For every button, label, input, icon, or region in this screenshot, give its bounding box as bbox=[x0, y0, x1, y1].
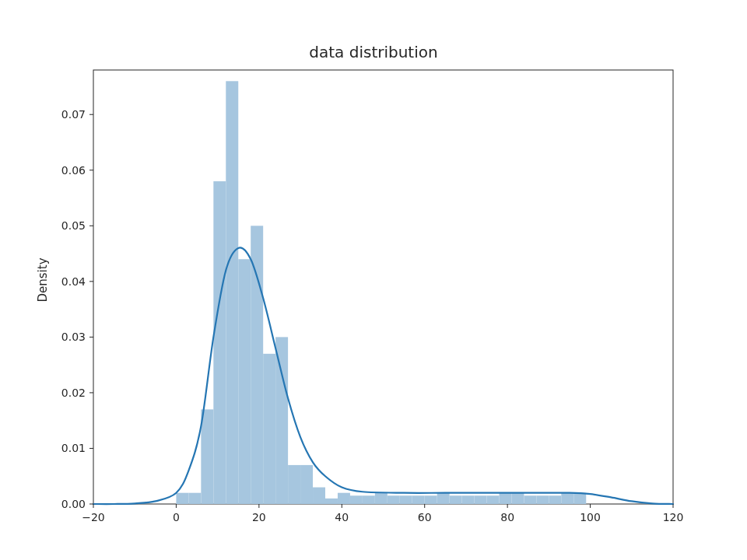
y-tick: 0.03 bbox=[61, 331, 93, 343]
histogram-bar bbox=[238, 259, 251, 504]
histogram-bar bbox=[500, 493, 512, 504]
histogram-bar bbox=[437, 493, 450, 504]
y-tick: 0.02 bbox=[61, 387, 93, 399]
y-tick-label: 0.03 bbox=[61, 331, 86, 343]
x-tick-label: 20 bbox=[252, 511, 266, 523]
histogram-bar bbox=[213, 181, 226, 504]
figure: data distribution Density −2002040608010… bbox=[0, 0, 747, 560]
x-tick-label: −20 bbox=[82, 511, 105, 523]
histogram-bar bbox=[226, 81, 238, 504]
histogram-bar bbox=[511, 493, 524, 504]
histogram-bar bbox=[263, 354, 275, 504]
y-tick: 0.01 bbox=[61, 442, 93, 454]
y-tick-label: 0.00 bbox=[61, 498, 86, 510]
histogram-bars bbox=[176, 81, 586, 504]
axes-frame bbox=[93, 70, 673, 504]
chart-axes: −20020406080100120 0.000.010.020.030.040… bbox=[0, 0, 747, 560]
x-tick: 80 bbox=[500, 504, 514, 523]
histogram-bar bbox=[536, 495, 549, 504]
histogram-bar bbox=[201, 409, 213, 504]
y-tick: 0.00 bbox=[61, 498, 93, 510]
y-tick-label: 0.07 bbox=[61, 108, 86, 121]
x-tick: 0 bbox=[173, 504, 180, 523]
x-tick-label: 40 bbox=[335, 511, 349, 523]
histogram-bar bbox=[375, 493, 388, 504]
histogram-bar bbox=[573, 493, 586, 504]
histogram-bar bbox=[388, 495, 400, 504]
histogram-bar bbox=[300, 465, 313, 504]
histogram-bar bbox=[425, 495, 437, 504]
histogram-bar bbox=[561, 493, 573, 504]
histogram-bar bbox=[462, 495, 475, 504]
y-tick-label: 0.02 bbox=[61, 387, 86, 399]
histogram-bar bbox=[313, 488, 325, 504]
histogram-bar bbox=[400, 495, 412, 504]
histogram-bar bbox=[275, 337, 288, 504]
y-tick-label: 0.04 bbox=[61, 275, 86, 288]
histogram-bar bbox=[350, 495, 363, 504]
x-tick: 100 bbox=[580, 504, 601, 523]
histogram-bar bbox=[475, 495, 487, 504]
x-tick: 20 bbox=[252, 504, 266, 523]
x-tick-label: 100 bbox=[580, 511, 601, 523]
x-tick: 120 bbox=[663, 504, 684, 523]
x-tick-label: 0 bbox=[173, 511, 180, 523]
histogram-bar bbox=[188, 493, 201, 504]
y-tick: 0.05 bbox=[61, 219, 93, 232]
histogram-bar bbox=[549, 495, 561, 504]
kde-curve bbox=[93, 247, 673, 504]
y-ticks: 0.000.010.020.030.040.050.060.07 bbox=[61, 108, 93, 510]
histogram-bar bbox=[363, 495, 375, 504]
y-tick-label: 0.05 bbox=[61, 219, 86, 232]
x-tick: 60 bbox=[418, 504, 432, 523]
y-tick-label: 0.01 bbox=[61, 442, 86, 454]
histogram-bar bbox=[251, 226, 263, 504]
x-ticks: −20020406080100120 bbox=[82, 504, 683, 523]
histogram-bar bbox=[325, 499, 338, 504]
y-tick: 0.06 bbox=[61, 164, 93, 177]
y-tick-label: 0.06 bbox=[61, 164, 86, 177]
x-tick: 40 bbox=[335, 504, 349, 523]
histogram-bar bbox=[412, 495, 425, 504]
histogram-bar bbox=[176, 493, 188, 504]
histogram-bar bbox=[288, 465, 300, 504]
y-tick: 0.07 bbox=[61, 108, 93, 121]
histogram-bar bbox=[338, 493, 350, 504]
x-tick-label: 80 bbox=[500, 511, 514, 523]
histogram-bar bbox=[524, 495, 536, 504]
histogram-bar bbox=[487, 495, 500, 504]
histogram-bar bbox=[450, 495, 462, 504]
x-tick-label: 120 bbox=[663, 511, 684, 523]
y-tick: 0.04 bbox=[61, 275, 93, 288]
x-tick-label: 60 bbox=[418, 511, 432, 523]
